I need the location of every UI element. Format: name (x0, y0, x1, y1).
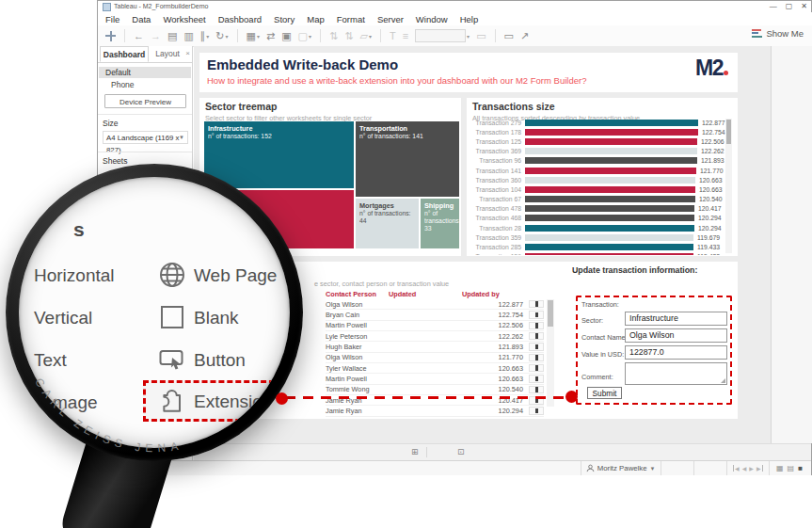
col-header-updated-by[interactable]: Updated by (462, 290, 500, 298)
edit-cell-icon[interactable] (529, 386, 544, 394)
last-sheet-icon[interactable]: ▶ (756, 465, 763, 472)
treemap-block-shipping[interactable]: Shipping n° of transactions: 33 (421, 199, 459, 248)
transaction-bar-row[interactable]: Transaction 141 121.770 (467, 166, 726, 175)
edit-cell-icon[interactable] (529, 375, 544, 383)
forward-icon[interactable]: →▾ (151, 30, 161, 41)
toolbar-separator[interactable]: ▾ (124, 29, 125, 42)
table-row[interactable]: Tyler Wallace 120.663 (326, 363, 544, 374)
toolbar-separator[interactable]: ▾ (380, 29, 381, 42)
pane-close-icon[interactable]: × (185, 49, 190, 57)
transaction-bar[interactable] (525, 253, 693, 255)
edit-cell-icon[interactable] (529, 364, 544, 373)
edit-cell-icon[interactable] (529, 311, 544, 319)
transaction-bar-row[interactable]: Transaction 359 119.679 (467, 232, 726, 242)
toolbar-separator[interactable]: ▾ (320, 29, 321, 42)
size-dropdown[interactable]: A4 Landscape (1169 x 827) ▼ (103, 131, 188, 144)
treemap-block-transportation[interactable]: Transportation n° of transactions: 141 (356, 121, 459, 197)
back-icon[interactable]: ←▾ (134, 30, 144, 41)
transaction-bar[interactable] (525, 244, 693, 250)
transaction-bar-row[interactable]: Transaction 28 120.294 (467, 223, 726, 232)
table-row[interactable]: Martin Powell 120.663 (326, 374, 544, 384)
transaction-bar[interactable] (525, 234, 693, 241)
transaction-bar-row[interactable]: Transaction 125 122.506 (467, 136, 726, 146)
device-phone-item[interactable]: Phone (99, 79, 191, 90)
transaction-bar[interactable] (525, 168, 696, 174)
value-usd-field[interactable]: 122877.0 (625, 345, 727, 360)
sort-descending-icon[interactable]: ⇅▾ (344, 30, 353, 42)
pause-updates-icon[interactable]: ∥▾ (200, 30, 210, 42)
menu-item[interactable]: Data (132, 14, 151, 24)
fix-axes-icon[interactable]: ▭▾ (476, 30, 486, 42)
table-row[interactable]: Bryan Cain 122.754 (326, 310, 544, 320)
chart-scrollbar[interactable] (725, 119, 732, 253)
edit-cell-icon[interactable] (529, 300, 544, 309)
new-story-icon[interactable]: ⊡ (457, 447, 465, 456)
table-row[interactable]: Hugh Baker 121.893 (326, 342, 544, 352)
run-updates-icon[interactable]: ↻▾ (215, 30, 228, 42)
table-row[interactable]: Jamie Ryan 120.294 (326, 406, 544, 416)
transaction-bar-row[interactable]: Transaction 178 122.754 (467, 127, 726, 136)
transaction-bar[interactable] (525, 177, 695, 184)
tab-dashboard[interactable]: Dashboard (100, 46, 149, 62)
transaction-bar[interactable] (525, 225, 694, 232)
table-row[interactable]: Olga Wilson 121.770 (326, 353, 544, 363)
table-row[interactable]: Martin Powell 122.506 (326, 321, 544, 331)
toolbar-separator[interactable]: ▾ (495, 29, 496, 42)
edit-cell-icon[interactable] (529, 332, 544, 341)
transaction-bar[interactable] (525, 138, 697, 145)
transaction-bar[interactable] (525, 148, 697, 154)
table-scrollbar[interactable] (547, 299, 554, 407)
menu-item[interactable]: Map (307, 14, 324, 24)
menu-item[interactable]: File (105, 14, 119, 24)
fullscreen-view-icon[interactable]: ■ (798, 464, 803, 472)
transaction-bar-row[interactable]: Transaction 104 120.663 (467, 184, 726, 194)
add-data-source-icon[interactable]: ▥▾ (183, 30, 193, 42)
device-preview-button[interactable]: Device Preview (104, 94, 186, 108)
contact-name-field[interactable]: Olga Wilson (625, 328, 727, 343)
object-item-horizontal[interactable]: Horizontal (34, 254, 115, 296)
menu-item[interactable]: Worksheet (163, 14, 205, 24)
grid-view-icon[interactable]: ▦ (776, 464, 784, 472)
transaction-bar[interactable] (525, 215, 694, 221)
clear-sheet-icon[interactable]: ▢▾ (298, 30, 311, 42)
object-item-blank[interactable]: Blank (194, 308, 239, 328)
fit-selector[interactable]: ▾ (415, 29, 470, 42)
menu-item[interactable]: Story (274, 14, 295, 24)
first-sheet-icon[interactable]: ◀ (733, 465, 740, 472)
tableau-logo-icon[interactable]: ▾ (105, 31, 116, 41)
transaction-bar[interactable] (525, 205, 694, 212)
transaction-bar-row[interactable]: Transaction 478 120.417 (467, 204, 726, 214)
highlight-icon[interactable]: ▱▾ (359, 30, 371, 42)
transaction-bar-row[interactable]: Transaction 279 122.877 (467, 118, 726, 127)
edit-cell-icon[interactable] (529, 407, 544, 415)
resize-grip-icon[interactable] (721, 378, 725, 383)
transaction-bar-row[interactable]: Transaction 67 120.540 (467, 195, 726, 204)
menu-item[interactable]: Help (460, 14, 479, 24)
toolbar-separator[interactable]: ▾ (237, 29, 238, 42)
swap-axes-icon[interactable]: ⇄▾ (266, 30, 275, 42)
show-me-button[interactable]: Show Me (752, 28, 804, 39)
device-default-item[interactable]: Default (99, 67, 191, 78)
menu-item[interactable]: Dashboard (218, 14, 262, 24)
format-icon[interactable]: ≡▾ (403, 30, 408, 41)
table-row[interactable]: Olga Wilson 122.877 (326, 299, 544, 310)
sort-ascending-icon[interactable]: ⇅▾ (329, 30, 338, 42)
transaction-bar[interactable] (525, 129, 698, 136)
new-worksheet-icon[interactable]: ▦▾ (247, 30, 260, 42)
share-icon[interactable]: ↗▾ (520, 30, 529, 42)
duplicate-icon[interactable]: ▣▾ (281, 30, 291, 42)
filmstrip-view-icon[interactable]: ▤ (788, 464, 795, 472)
comment-field[interactable] (625, 362, 727, 385)
object-item-vertical[interactable]: Vertical (34, 296, 92, 339)
edit-cell-icon[interactable] (529, 354, 544, 362)
table-row[interactable]: Tommie Wong 120.540 (326, 385, 544, 395)
new-dashboard-icon[interactable]: ⊞ (411, 447, 419, 456)
close-button[interactable]: ✕ (801, 1, 807, 12)
transaction-bar[interactable] (525, 120, 698, 126)
transaction-bar-row[interactable]: Transaction 369 122.262 (467, 147, 726, 156)
previous-sheet-icon[interactable]: ◀ (742, 465, 747, 472)
edit-cell-icon[interactable] (529, 322, 544, 330)
object-item-button[interactable]: Button (194, 350, 246, 371)
maximize-button[interactable]: ▢ (786, 1, 793, 12)
transaction-bar[interactable] (525, 186, 695, 193)
